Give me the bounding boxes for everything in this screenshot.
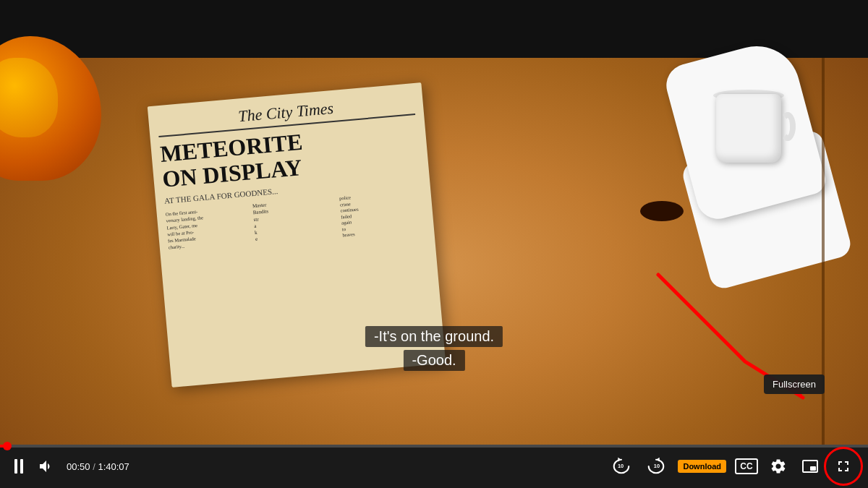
miniplayer-button[interactable] — [799, 455, 822, 478]
video-viewport[interactable]: The City Times METEORITE ON DISPLAY AT T… — [0, 0, 868, 445]
coffee-cup — [716, 94, 781, 163]
settings-icon — [770, 458, 787, 475]
svg-rect-6 — [810, 466, 816, 471]
rewind-10-button[interactable]: 10 — [608, 453, 634, 479]
settings-button[interactable] — [767, 455, 790, 478]
current-time: 00:50 — [67, 461, 90, 472]
pause-icon — [14, 459, 23, 474]
svg-text:10: 10 — [618, 463, 624, 469]
svg-text:10: 10 — [654, 463, 660, 469]
total-time: 1:40:07 — [98, 461, 129, 472]
time-display: 00:50 / 1:40:07 — [67, 461, 129, 472]
cc-label: CC — [740, 461, 752, 471]
progress-dot — [3, 442, 12, 450]
cc-button[interactable]: CC — [735, 458, 758, 474]
plate-inner — [0, 58, 58, 137]
svg-marker-1 — [618, 458, 622, 462]
forward-10-button[interactable]: 10 — [643, 453, 669, 479]
video-player: The City Times METEORITE ON DISPLAY AT T… — [0, 0, 868, 488]
fullscreen-button[interactable] — [830, 453, 856, 479]
rewind-10-icon: 10 — [611, 455, 631, 477]
pause-bar-left — [14, 459, 17, 474]
svg-marker-3 — [656, 458, 660, 462]
newspaper-col-3: policecrimecontinuesfailedagaintobraves — [339, 189, 425, 239]
forward-10-icon: 10 — [646, 455, 666, 477]
volume-icon — [38, 458, 55, 475]
pause-button[interactable] — [12, 456, 26, 476]
cup-handle — [780, 112, 796, 141]
volume-button[interactable] — [35, 455, 58, 478]
fullscreen-tooltip: Fullscreen — [764, 374, 825, 394]
subtitle-line-1: -It's on the ground. — [365, 326, 503, 347]
subtitle-line-2: -Good. — [403, 350, 464, 371]
subtitle-area: -It's on the ground. -Good. — [365, 325, 503, 372]
controls-bar: 00:50 / 1:40:07 10 10 Download — [0, 445, 868, 488]
fullscreen-button-wrapper — [830, 453, 856, 479]
pause-bar-right — [20, 459, 23, 474]
newspaper-col-2: MasterBanditsstrake — [252, 197, 339, 247]
fullscreen-icon — [835, 458, 852, 475]
coffee-liquid — [640, 201, 684, 221]
newspaper-col-1: On the first anni-versary landing, theLa… — [165, 204, 251, 254]
progress-bar-container[interactable] — [0, 445, 868, 448]
download-badge[interactable]: Download — [678, 460, 726, 473]
miniplayer-icon — [801, 458, 819, 475]
